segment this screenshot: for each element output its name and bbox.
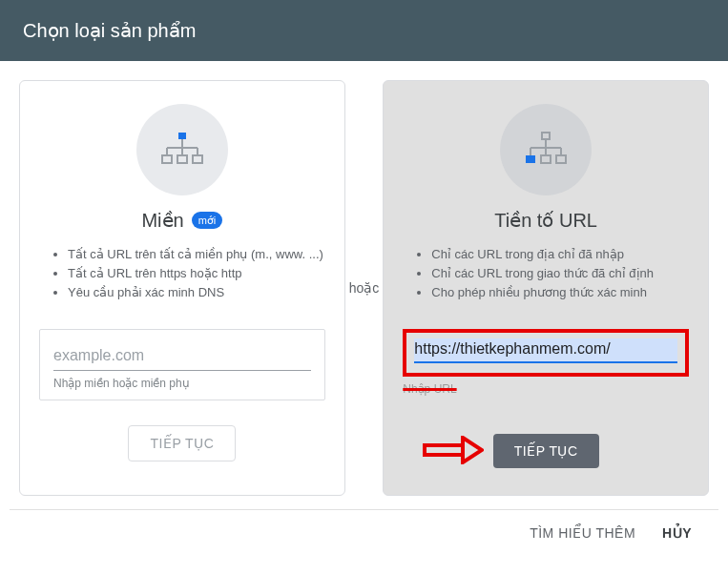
domain-title-row: Miền mới xyxy=(141,209,222,232)
svg-rect-8 xyxy=(193,155,202,163)
domain-bullets: Tất cả URL trên tất cả miền phụ (m., www… xyxy=(39,245,325,302)
prefix-title: Tiền tố URL xyxy=(494,209,597,232)
list-item: Tất cả URL trên tất cả miền phụ (m., www… xyxy=(68,245,325,264)
svg-rect-15 xyxy=(526,155,535,163)
svg-rect-18 xyxy=(425,445,463,455)
prefix-button-row: TIẾP TỤC xyxy=(493,434,599,468)
svg-rect-6 xyxy=(162,155,172,163)
domain-icon xyxy=(136,104,228,195)
separator-or: hoặc xyxy=(345,280,384,296)
continue-button-prefix[interactable]: TIẾP TỤC xyxy=(493,434,599,468)
cancel-button[interactable]: HỦY xyxy=(662,525,692,541)
prefix-icon xyxy=(500,104,592,195)
svg-rect-0 xyxy=(178,133,186,139)
prefix-title-row: Tiền tố URL xyxy=(494,209,597,232)
sitemap-icon xyxy=(523,131,569,169)
dialog-footer: TÌM HIỂU THÊM HỦY xyxy=(10,509,718,556)
svg-rect-16 xyxy=(541,155,551,163)
dialog-header: Chọn loại sản phẩm xyxy=(0,0,728,61)
content-area: Miền mới Tất cả URL trên tất cả miền phụ… xyxy=(0,61,728,509)
domain-title: Miền xyxy=(141,209,183,232)
domain-helper: Nhập miền hoặc miền phụ xyxy=(53,377,311,390)
svg-marker-19 xyxy=(463,438,482,462)
sitemap-icon xyxy=(159,131,205,169)
dialog-title: Chọn loại sản phẩm xyxy=(23,20,196,41)
prefix-helper: Nhập URL xyxy=(403,382,689,396)
list-item: Tất cả URL trên https hoặc http xyxy=(68,264,325,283)
annotation-highlight-box xyxy=(403,329,689,377)
list-item: Chỉ các URL trong giao thức đã chỉ định xyxy=(431,264,689,283)
domain-input[interactable] xyxy=(53,343,311,371)
url-input[interactable] xyxy=(414,338,677,363)
new-badge: mới xyxy=(192,212,223,229)
prefix-bullets: Chỉ các URL trong địa chỉ đã nhập Chỉ cá… xyxy=(403,245,689,302)
list-item: Yêu cầu phải xác minh DNS xyxy=(68,283,325,302)
prefix-input-container: Nhập URL xyxy=(403,329,689,396)
svg-rect-9 xyxy=(542,133,550,139)
list-item: Cho phép nhiều phương thức xác minh xyxy=(431,283,689,302)
annotation-arrow-icon xyxy=(423,436,484,464)
card-domain[interactable]: Miền mới Tất cả URL trên tất cả miền phụ… xyxy=(19,80,345,496)
continue-button-domain[interactable]: TIẾP TỤC xyxy=(128,425,236,461)
svg-rect-17 xyxy=(556,155,566,163)
domain-input-container: Nhập miền hoặc miền phụ xyxy=(39,329,325,400)
svg-rect-7 xyxy=(177,155,187,163)
learn-more-link[interactable]: TÌM HIỂU THÊM xyxy=(530,525,635,541)
card-url-prefix[interactable]: Tiền tố URL Chỉ các URL trong địa chỉ đã… xyxy=(383,80,709,496)
list-item: Chỉ các URL trong địa chỉ đã nhập xyxy=(431,245,689,264)
